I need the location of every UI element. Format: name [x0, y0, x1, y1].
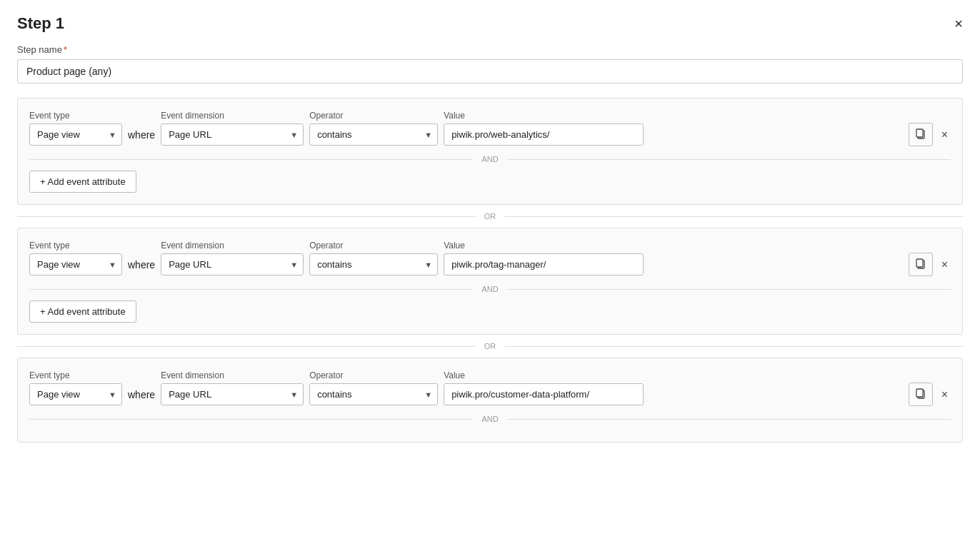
event-type-label-2: Event type: [29, 241, 122, 251]
event-dimension-label-2: Event dimension: [161, 241, 304, 251]
event-type-group-3: Event type Page view Click Download Cust…: [29, 370, 122, 405]
value-group-2: Value: [444, 241, 903, 275]
event-dimension-wrapper-2: Page URL Page Title Event Name Event Act…: [161, 253, 304, 275]
add-attribute-button-1[interactable]: + Add event attribute: [29, 171, 136, 193]
copy-icon-3: [915, 388, 926, 399]
and-divider-1: AND: [29, 155, 951, 163]
event-type-wrapper-1: Page view Click Download Custom event ▼: [29, 123, 122, 146]
condition-row-3: Event type Page view Click Download Cust…: [29, 370, 951, 406]
copy-icon-1: [915, 128, 926, 139]
event-type-wrapper-3: Page view Click Download Custom event ▼: [29, 383, 122, 405]
operator-label-2: Operator: [309, 241, 438, 251]
condition-block-3: Event type Page view Click Download Cust…: [17, 358, 963, 443]
remove-button-2[interactable]: ×: [939, 256, 951, 274]
event-type-label-3: Event type: [29, 370, 122, 380]
and-label-1: AND: [473, 155, 506, 163]
event-dimension-select-2[interactable]: Page URL Page Title Event Name Event Act…: [161, 253, 304, 275]
condition-row-2: Event type Page view Click Download Cust…: [29, 240, 951, 276]
condition-row-1: Event type Page view Click Download Cust…: [29, 110, 951, 146]
operator-wrapper-2: contains equals starts with ends with ma…: [309, 253, 438, 275]
event-dimension-select-3[interactable]: Page URL Page Title Event Name Event Act…: [161, 383, 304, 405]
operator-select-2[interactable]: contains equals starts with ends with ma…: [309, 253, 438, 275]
remove-button-3[interactable]: ×: [939, 385, 951, 404]
copy-button-2[interactable]: [909, 253, 933, 276]
add-attribute-button-2[interactable]: + Add event attribute: [29, 300, 136, 323]
event-dimension-select-1[interactable]: Page URL Page Title Event Name Event Act…: [161, 123, 304, 146]
step-name-section: Step name*: [17, 44, 963, 98]
event-type-select-1[interactable]: Page view Click Download Custom event: [29, 123, 122, 146]
event-type-group-2: Event type Page view Click Download Cust…: [29, 241, 122, 275]
where-label-2: where: [128, 246, 155, 271]
operator-label-1: Operator: [309, 111, 438, 121]
value-input-1[interactable]: [444, 123, 644, 146]
close-icon[interactable]: ×: [954, 16, 963, 32]
page-header: Step 1 ×: [17, 14, 963, 33]
or-divider-2: OR: [17, 342, 963, 350]
event-dimension-wrapper-3: Page URL Page Title Event Name Event Act…: [161, 383, 304, 405]
operator-group-1: Operator contains equals starts with end…: [309, 111, 438, 146]
and-label-2: AND: [473, 285, 506, 293]
svg-rect-5: [916, 389, 923, 397]
required-star: *: [64, 44, 67, 55]
or-divider-1: OR: [17, 212, 963, 221]
and-divider-3: AND: [29, 415, 951, 423]
copy-button-3[interactable]: [909, 383, 933, 406]
copy-icon-2: [915, 258, 926, 269]
value-group-1: Value: [444, 111, 903, 146]
event-dimension-label-1: Event dimension: [161, 111, 304, 121]
and-divider-2: AND: [29, 285, 951, 293]
remove-button-1[interactable]: ×: [939, 126, 951, 144]
event-dimension-wrapper-1: Page URL Page Title Event Name Event Act…: [161, 123, 304, 146]
event-dimension-group-3: Event dimension Page URL Page Title Even…: [161, 370, 304, 405]
value-input-2[interactable]: [444, 253, 644, 275]
event-type-select-2[interactable]: Page view Click Download Custom event: [29, 253, 122, 275]
operator-group-2: Operator contains equals starts with end…: [309, 241, 438, 275]
condition-block-2: Event type Page view Click Download Cust…: [17, 228, 963, 335]
event-type-wrapper-2: Page view Click Download Custom event ▼: [29, 253, 122, 275]
condition-block-1: Event type Page view Click Download Cust…: [17, 98, 963, 205]
value-input-3[interactable]: [444, 383, 644, 405]
add-attribute-label-1: + Add event attribute: [40, 176, 126, 187]
operator-wrapper-1: contains equals starts with ends with ma…: [309, 123, 438, 146]
operator-wrapper-3: contains equals starts with ends with ma…: [309, 383, 438, 405]
step-name-input[interactable]: [17, 59, 963, 84]
or-label-2: OR: [476, 342, 505, 350]
svg-rect-3: [916, 259, 923, 267]
or-label-1: OR: [476, 212, 505, 221]
event-dimension-label-3: Event dimension: [161, 370, 304, 380]
copy-button-1[interactable]: [909, 123, 933, 146]
event-dimension-group-1: Event dimension Page URL Page Title Even…: [161, 111, 304, 146]
value-label-3: Value: [444, 370, 903, 380]
event-type-group-1: Event type Page view Click Download Cust…: [29, 111, 122, 146]
operator-select-1[interactable]: contains equals starts with ends with ma…: [309, 123, 438, 146]
where-label-3: where: [128, 376, 155, 400]
event-dimension-group-2: Event dimension Page URL Page Title Even…: [161, 241, 304, 275]
step-name-label: Step name: [17, 44, 62, 55]
operator-group-3: Operator contains equals starts with end…: [309, 370, 438, 405]
where-label-1: where: [128, 116, 155, 141]
value-label-1: Value: [444, 111, 903, 121]
value-label-2: Value: [444, 241, 903, 251]
operator-select-3[interactable]: contains equals starts with ends with ma…: [309, 383, 438, 405]
value-group-3: Value: [444, 370, 903, 405]
operator-label-3: Operator: [309, 370, 438, 380]
page-title: Step 1: [17, 14, 64, 33]
event-type-label-1: Event type: [29, 111, 122, 121]
add-attribute-label-2: + Add event attribute: [40, 306, 126, 317]
svg-rect-1: [916, 129, 923, 137]
and-label-3: AND: [473, 415, 506, 423]
event-type-select-3[interactable]: Page view Click Download Custom event: [29, 383, 122, 405]
